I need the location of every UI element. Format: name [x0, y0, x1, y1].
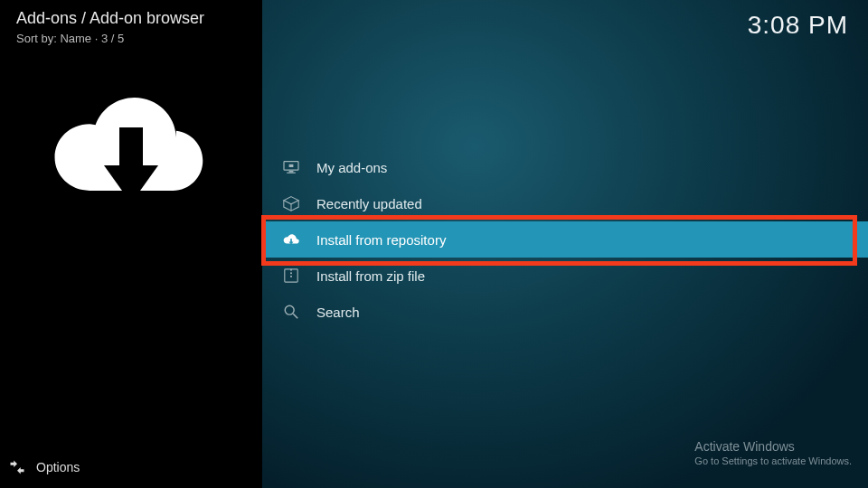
svg-marker-19 — [284, 197, 298, 204]
svg-rect-17 — [287, 173, 296, 174]
menu-item-label: Search — [316, 305, 360, 320]
menu-item-label: Install from zip file — [316, 268, 425, 284]
watermark-title: Activate Windows — [694, 439, 852, 454]
search-icon — [282, 304, 300, 320]
menu-item-search[interactable]: Search — [262, 294, 868, 330]
windows-watermark: Activate Windows Go to Settings to activ… — [694, 439, 852, 466]
cloud-download-icon — [50, 86, 212, 221]
list-position: 3 / 5 — [101, 32, 124, 45]
sort-separator: · — [95, 32, 101, 45]
main-panel: 3:08 PM My add-ons Recently updated Inst… — [262, 0, 868, 488]
svg-point-27 — [285, 305, 294, 314]
monitor-icon — [282, 159, 300, 175]
zip-icon — [282, 267, 300, 284]
options-button[interactable]: Options — [9, 459, 80, 475]
menu-item-label: Recently updated — [316, 196, 422, 211]
options-label: Options — [36, 460, 80, 474]
svg-rect-25 — [290, 272, 292, 274]
options-icon — [9, 459, 25, 475]
svg-line-28 — [293, 314, 297, 318]
menu-item-label: My add-ons — [316, 160, 387, 175]
sort-line: Sort by: Name · 3 / 5 — [16, 32, 262, 45]
menu-item-my-addons[interactable]: My add-ons — [262, 149, 868, 185]
svg-rect-22 — [290, 239, 292, 242]
svg-rect-18 — [289, 164, 294, 167]
svg-rect-12 — [119, 127, 143, 167]
sort-label: Sort by: Name — [16, 32, 91, 45]
menu-item-recently-updated[interactable]: Recently updated — [262, 185, 868, 221]
cloud-down-icon — [282, 231, 300, 248]
svg-rect-26 — [290, 276, 292, 277]
svg-rect-16 — [289, 171, 294, 173]
watermark-sub: Go to Settings to activate Windows. — [694, 455, 852, 466]
box-icon — [282, 195, 300, 211]
breadcrumb: Add-ons / Add-on browser — [16, 9, 262, 28]
menu-list: My add-ons Recently updated Install from… — [262, 149, 868, 330]
menu-item-label: Install from repository — [316, 232, 446, 248]
clock: 3:08 PM — [748, 11, 848, 40]
svg-rect-24 — [290, 269, 292, 271]
menu-item-install-repository[interactable]: Install from repository — [262, 221, 868, 258]
sidebar: Add-ons / Add-on browser Sort by: Name ·… — [0, 0, 262, 488]
menu-item-install-zip[interactable]: Install from zip file — [262, 258, 868, 294]
